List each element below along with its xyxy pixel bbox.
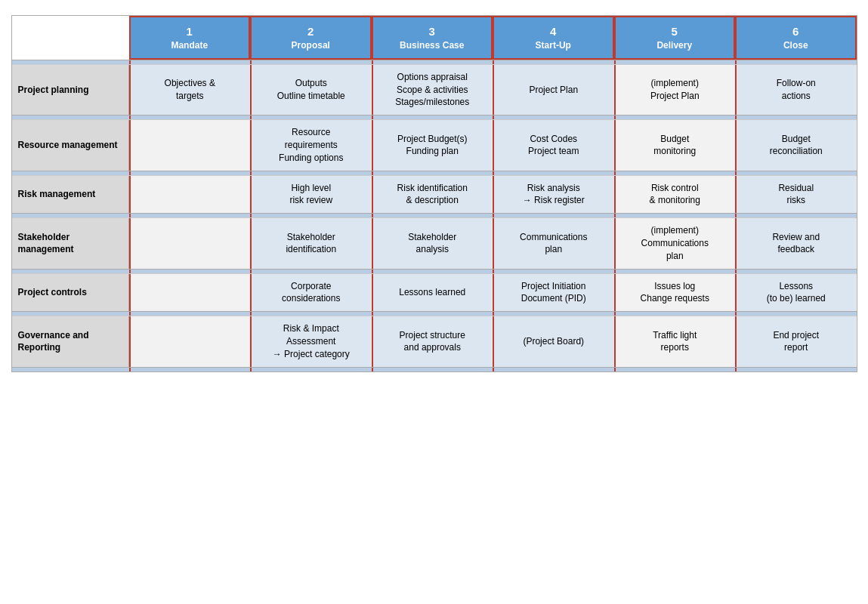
- cell-1-2: Project Budget(s)Funding plan: [372, 120, 493, 170]
- stage-name-5: Delivery: [656, 39, 692, 52]
- cell-3-2: Stakeholderanalysis: [372, 218, 493, 268]
- header-row: 1Mandate2Proposal3Business Case4Start-Up…: [12, 16, 857, 60]
- cell-1-4: Budgetmonitoring: [614, 120, 736, 170]
- cell-4-5: Lessons(to be) learned: [735, 274, 857, 312]
- cell-3-1: Stakeholderidentification: [250, 218, 372, 268]
- cell-3-3: Communicationsplan: [493, 218, 614, 268]
- grid-wrapper: 1Mandate2Proposal3Business Case4Start-Up…: [11, 15, 857, 372]
- row-label-0: Project planning: [12, 65, 129, 115]
- cell-4-0: [129, 274, 251, 312]
- data-row-2: Risk managementHigh levelrisk reviewRisk…: [12, 175, 857, 214]
- cell-2-5: Residualrisks: [735, 176, 857, 214]
- cell-4-2: Lessons learned: [372, 274, 493, 312]
- row-label-1: Resource management: [12, 120, 129, 170]
- stage-num-5: 5: [672, 23, 678, 39]
- cell-1-0: [129, 120, 251, 170]
- stage-name-3: Business Case: [400, 39, 464, 52]
- header-stage-4: 4Start-Up: [493, 16, 614, 60]
- data-row-4: Project controlsCorporateconsiderationsL…: [12, 273, 857, 312]
- header-stage-2: 2Proposal: [250, 16, 372, 60]
- data-row-3: Stakeholder managementStakeholderidentif…: [12, 217, 857, 268]
- cell-5-3: (Project Board): [493, 316, 614, 366]
- header-stage-5: 5Delivery: [614, 16, 736, 60]
- cell-5-1: Risk & ImpactAssessment→ Project categor…: [250, 316, 372, 366]
- cell-0-0: Objectives &targets: [129, 65, 251, 115]
- sep-row-bottom: [12, 367, 857, 371]
- cell-4-1: Corporateconsiderations: [250, 274, 372, 312]
- cell-3-0: [129, 218, 251, 268]
- cell-0-3: Project Plan: [493, 65, 614, 115]
- data-row-5: Governance and ReportingRisk & ImpactAss…: [12, 316, 857, 366]
- stage-name-4: Start-Up: [536, 39, 571, 52]
- data-row-1: Resource managementResourcerequirementsF…: [12, 119, 857, 170]
- stage-num-3: 3: [429, 23, 435, 39]
- cell-5-2: Project structureand approvals: [372, 316, 493, 366]
- cell-1-5: Budgetreconciliation: [735, 120, 857, 170]
- data-row-0: Project planningObjectives &targetsOutpu…: [12, 64, 857, 115]
- cell-1-1: ResourcerequirementsFunding options: [250, 120, 372, 170]
- cell-0-4: (implement)Project Plan: [614, 65, 736, 115]
- cell-5-5: End projectreport: [735, 316, 857, 366]
- cell-2-0: [129, 176, 251, 214]
- processes-label: [12, 16, 129, 60]
- header-stage-1: 1Mandate: [129, 16, 251, 60]
- sep-row-1: [12, 115, 857, 119]
- stage-name-1: Mandate: [171, 39, 208, 52]
- stage-num-6: 6: [792, 23, 798, 39]
- cell-1-3: Cost CodesProject team: [493, 120, 614, 170]
- sep-row-2: [12, 171, 857, 175]
- cell-4-4: Issues logChange requests: [614, 274, 736, 312]
- outer-container: 1Mandate2Proposal3Business Case4Start-Up…: [11, 8, 857, 372]
- cell-5-4: Traffic lightreports: [614, 316, 736, 366]
- header-stage-3: 3Business Case: [372, 16, 493, 60]
- cell-3-4: (implement)Communicationsplan: [614, 218, 736, 268]
- row-label-4: Project controls: [12, 274, 129, 312]
- cell-0-5: Follow-onactions: [735, 65, 857, 115]
- cell-3-5: Review andfeedback: [735, 218, 857, 268]
- sep-row-5: [12, 311, 857, 316]
- sep-row-3: [12, 213, 857, 217]
- stage-num-2: 2: [307, 23, 314, 39]
- row-label-5: Governance and Reporting: [12, 316, 129, 366]
- cell-2-3: Risk analysis→ Risk register: [493, 176, 614, 214]
- cell-2-2: Risk identification& description: [372, 176, 493, 214]
- stage-num-4: 4: [550, 23, 556, 39]
- cell-0-2: Options appraisalScope & activitiesStage…: [372, 65, 493, 115]
- sep-row-4: [12, 269, 857, 273]
- stage-name-6: Close: [783, 39, 808, 52]
- cell-2-1: High levelrisk review: [250, 176, 372, 214]
- cell-2-4: Risk control& monitoring: [614, 176, 736, 214]
- cell-5-0: [129, 316, 251, 366]
- row-label-3: Stakeholder management: [12, 218, 129, 268]
- header-stage-6: 6Close: [735, 16, 857, 60]
- stage-num-1: 1: [187, 23, 193, 39]
- cell-4-3: Project InitiationDocument (PID): [493, 274, 614, 312]
- stage-name-2: Proposal: [292, 39, 330, 52]
- row-label-2: Risk management: [12, 176, 129, 214]
- sep-row-0: [12, 60, 857, 64]
- cell-0-1: OutputsOutline timetable: [250, 65, 372, 115]
